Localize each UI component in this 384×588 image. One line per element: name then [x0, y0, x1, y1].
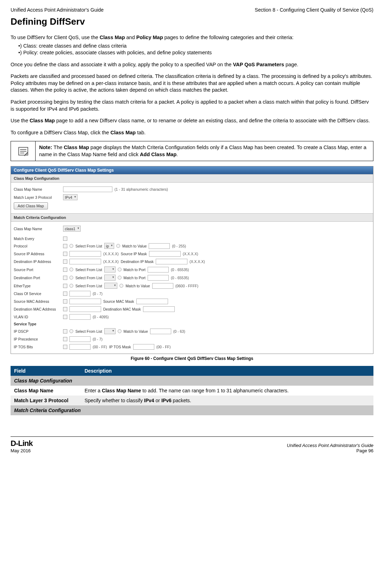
- src-port-radio-list[interactable]: [69, 268, 73, 271]
- table-section-2: Match Criteria Configuration: [11, 405, 373, 415]
- ip-dscp-sfl-label: Select From List: [75, 329, 102, 333]
- p1a: To use DiffServ for Client QoS, use the: [11, 35, 100, 40]
- dst-ip-mask-input[interactable]: [156, 259, 187, 264]
- vlan-input[interactable]: [69, 314, 91, 320]
- protocol-radio-value[interactable]: [116, 244, 120, 248]
- p2b: VAP QoS Parameters: [233, 62, 284, 67]
- src-port-checkbox[interactable]: [63, 268, 67, 272]
- ip-dscp-checkbox[interactable]: [63, 329, 67, 333]
- r2a: Specify whether to classify: [85, 398, 144, 403]
- class-map-name-hint: (1 - 31 alphanumeric characters): [114, 187, 168, 191]
- note-b: Class Map: [64, 145, 89, 150]
- src-port-input[interactable]: [148, 267, 169, 272]
- cos-checkbox[interactable]: [63, 292, 67, 296]
- ip-tos-mask-range: (00 - FF): [156, 345, 171, 349]
- p6a: To configure a DiffServ Class Map, click…: [11, 130, 110, 135]
- cos-range: (0 - 7): [93, 292, 103, 296]
- dst-mac-checkbox[interactable]: [63, 307, 67, 311]
- header-right: Section 8 - Configuring Client Quality o…: [255, 7, 373, 13]
- ethertype-radio-list[interactable]: [69, 284, 73, 288]
- ip-dscp-select[interactable]: [104, 328, 116, 334]
- src-ip-hint: (X.X.X.X): [103, 252, 119, 256]
- bullet-1: Class: create classes and define class c…: [18, 43, 373, 50]
- match-every-checkbox[interactable]: [63, 237, 67, 241]
- class-map-name-input[interactable]: [63, 186, 112, 192]
- class-map-name2-select[interactable]: class1: [63, 226, 81, 232]
- ip-prec-label: IP Precedence: [14, 337, 63, 341]
- ip-dscp-radio-list[interactable]: [69, 329, 73, 333]
- src-ip-mask-hint: (X.X.X.X): [183, 252, 198, 256]
- page-title: Defining DiffServ: [11, 16, 373, 27]
- footer-date: May 2016: [11, 448, 32, 453]
- src-port-label: Source Port: [14, 268, 63, 272]
- dst-mac-mask-label: Destination MAC Mask: [103, 307, 141, 311]
- ip-dscp-range: (0 - 63): [173, 329, 185, 333]
- src-port-select[interactable]: [104, 267, 116, 272]
- ip-tos-range: (00 - FF): [93, 345, 107, 349]
- ethertype-radio-value[interactable]: [119, 284, 123, 288]
- ip-dscp-mtv-label: Match to Value: [124, 329, 148, 333]
- note-prefix: Note:: [39, 145, 54, 150]
- dst-ip-hint: (X.X.X.X): [103, 259, 119, 264]
- src-ip-checkbox[interactable]: [63, 252, 67, 256]
- ip-prec-range: (0 - 7): [93, 337, 103, 341]
- dst-mac-label: Destination MAC Address: [14, 307, 63, 311]
- ethertype-select[interactable]: [104, 283, 118, 289]
- footer-brand: D-Link: [11, 439, 32, 448]
- dst-port-label: Destination Port: [14, 276, 63, 280]
- dst-port-radio-list[interactable]: [69, 276, 73, 280]
- src-ip-mask-label: Source IP Mask: [121, 252, 147, 256]
- src-port-mtp-label: Match to Port: [124, 268, 145, 272]
- src-port-radio-port[interactable]: [118, 268, 122, 271]
- note-text: Note: The Class Map page displays the Ma…: [36, 141, 373, 161]
- cos-input[interactable]: [69, 291, 91, 296]
- dst-port-select[interactable]: [104, 275, 116, 281]
- ip-tos-checkbox[interactable]: [63, 345, 67, 349]
- dst-mac-mask-input[interactable]: [143, 306, 175, 312]
- ui-section-class-map-config: Class Map Configuration: [11, 174, 373, 183]
- ip-tos-input[interactable]: [69, 344, 91, 350]
- bullet-list: Class: create classes and define class c…: [18, 43, 373, 56]
- page-footer: D-Link May 2016 Unified Access Point Adm…: [11, 436, 373, 453]
- ethertype-input[interactable]: [152, 283, 173, 289]
- note-a: The: [54, 145, 64, 150]
- protocol-checkbox[interactable]: [63, 244, 67, 248]
- vlan-checkbox[interactable]: [63, 315, 67, 319]
- match-every-label: Match Every: [14, 237, 63, 241]
- match-layer3-select[interactable]: IPv4: [63, 194, 78, 200]
- description-table: Field Description Class Map Configuratio…: [11, 366, 373, 415]
- ui-titlebar: Configure Client QoS DiffServ Class Map …: [11, 166, 373, 174]
- src-mac-mask-input[interactable]: [136, 299, 168, 304]
- dst-ip-input[interactable]: [69, 259, 101, 264]
- dst-port-checkbox[interactable]: [63, 276, 67, 280]
- ip-dscp-input[interactable]: [150, 329, 171, 334]
- vlan-range: (0 - 4095): [93, 315, 109, 319]
- src-ip-mask-input[interactable]: [149, 251, 181, 257]
- paragraph-3: Packets are classified and processed bas…: [11, 73, 373, 94]
- ethertype-checkbox[interactable]: [63, 284, 67, 288]
- dst-mac-input[interactable]: [69, 306, 101, 312]
- src-port-range: (0 - 65535): [171, 268, 189, 272]
- ip-dscp-radio-value[interactable]: [118, 329, 122, 333]
- ethertype-mtv-label: Match to Value: [125, 284, 150, 288]
- ip-prec-checkbox[interactable]: [63, 337, 67, 341]
- paragraph-6: To configure a DiffServ Class Map, click…: [11, 129, 373, 136]
- src-mac-checkbox[interactable]: [63, 299, 67, 304]
- add-class-map-button[interactable]: Add Class Map: [14, 202, 48, 209]
- dst-port-input[interactable]: [148, 275, 169, 281]
- protocol-radio-list[interactable]: [69, 244, 73, 248]
- table-section-1: Class Map Configuration: [11, 376, 373, 386]
- p1c: and: [125, 35, 136, 40]
- protocol-select[interactable]: ip: [104, 243, 114, 249]
- header-left: Unified Access Point Administrator's Gui…: [11, 7, 104, 13]
- src-mac-input[interactable]: [69, 299, 101, 304]
- dst-ip-checkbox[interactable]: [63, 259, 67, 264]
- dst-port-radio-port[interactable]: [118, 276, 122, 280]
- src-ip-input[interactable]: [69, 251, 101, 257]
- ip-prec-input[interactable]: [69, 336, 91, 342]
- paragraph-2: Once you define the class and associate …: [11, 61, 373, 68]
- protocol-value-input[interactable]: [149, 243, 170, 249]
- ip-tos-mask-input[interactable]: [133, 344, 154, 350]
- src-ip-label: Source IP Address: [14, 252, 63, 256]
- p1b: Class Map: [100, 35, 125, 40]
